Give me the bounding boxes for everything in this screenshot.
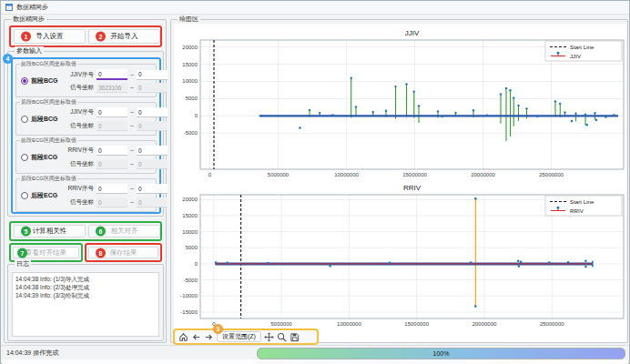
range-tilde: ~ bbox=[130, 147, 134, 154]
param-label: RRIV序号 bbox=[64, 185, 94, 193]
log-group-title: 日志 bbox=[15, 259, 31, 268]
param-input-to[interactable] bbox=[137, 184, 168, 194]
param-input-to bbox=[137, 159, 168, 169]
radio-前段BCG[interactable]: 前段BCG bbox=[21, 76, 58, 86]
data-point bbox=[536, 116, 539, 118]
range-tilde: ~ bbox=[130, 161, 134, 167]
radio-后段BCG[interactable]: 后段BCG bbox=[21, 115, 58, 124]
y-tick-label: -15000 bbox=[180, 309, 198, 315]
legend-label-start-line: Start Line bbox=[570, 44, 594, 50]
y-tick-label: 20000 bbox=[182, 45, 198, 50]
import-buttons-highlight-box: 1 导入设置 2 开始导入 bbox=[9, 25, 162, 47]
data-point bbox=[441, 116, 443, 118]
param-row: 信号坐标~ bbox=[64, 83, 168, 93]
radio-后段ECG[interactable]: 后段ECG bbox=[21, 191, 57, 200]
param-label: 信号坐标 bbox=[64, 122, 94, 130]
step-badge-8: 8 bbox=[96, 248, 106, 258]
param-label: 信号坐标 bbox=[64, 160, 94, 168]
param-input-to[interactable] bbox=[137, 107, 168, 117]
rriv-chart-container[interactable]: 0500000010000000150000002000000025000000… bbox=[174, 180, 626, 333]
data-point bbox=[470, 261, 472, 264]
forward-icon[interactable] bbox=[204, 332, 214, 342]
data-point bbox=[520, 261, 523, 264]
radio-button[interactable] bbox=[21, 192, 28, 199]
param-label: RRIV序号 bbox=[64, 147, 94, 155]
home-icon[interactable] bbox=[178, 332, 188, 342]
save-icon[interactable] bbox=[290, 332, 300, 342]
pan-icon[interactable] bbox=[264, 332, 274, 342]
chart-title: RRIV bbox=[403, 184, 422, 192]
radio-前段ECG[interactable]: 前段ECG bbox=[21, 153, 57, 162]
data-point bbox=[584, 266, 587, 268]
range-tilde: ~ bbox=[130, 72, 134, 78]
param-input-from bbox=[97, 197, 127, 207]
data-point bbox=[329, 265, 331, 268]
param-row: 信号坐标~ bbox=[64, 197, 168, 207]
rriv-chart[interactable]: 0500000010000000150000002000000025000000… bbox=[174, 180, 626, 331]
data-point bbox=[567, 261, 570, 264]
chart-title: JJIV bbox=[405, 29, 420, 37]
data-point bbox=[226, 262, 229, 265]
param-row: RRIV序号~ bbox=[64, 184, 168, 194]
progress-bar: 100% bbox=[257, 348, 625, 359]
param-input-from[interactable] bbox=[97, 107, 127, 117]
compute-correlation-button[interactable]: 5 计算相关性 bbox=[14, 225, 86, 238]
step-badge-5: 5 bbox=[21, 227, 31, 237]
param-label: JJIV序号 bbox=[64, 71, 94, 79]
plot-panel: 绘图区 050000001000000015000000200000002500… bbox=[170, 19, 628, 343]
param-input-from[interactable] bbox=[97, 146, 127, 156]
start-import-button[interactable]: 2 开始导入 bbox=[88, 29, 160, 44]
range-tilde: ~ bbox=[130, 123, 134, 129]
import-settings-button[interactable]: 1 导入设置 bbox=[14, 29, 86, 44]
y-tick-label: 10000 bbox=[182, 229, 198, 235]
data-point bbox=[548, 261, 551, 264]
jjiv-chart[interactable]: 0500000010000000150000002000000025000000… bbox=[174, 24, 626, 180]
y-tick-label: 15000 bbox=[182, 213, 198, 218]
param-label: 信号坐标 bbox=[64, 198, 94, 207]
range-tilde: ~ bbox=[130, 85, 134, 91]
param-section-4: 后段ECG区间坐标取值后段ECGRRIV序号~信号坐标~ bbox=[15, 178, 157, 212]
y-tick-label: -5000 bbox=[184, 278, 198, 283]
param-input-to[interactable] bbox=[137, 70, 168, 80]
set-range-button[interactable]: 设置范围(Z) bbox=[217, 331, 261, 342]
data-point bbox=[605, 116, 607, 118]
save-result-button[interactable]: 8 保存结果 bbox=[88, 247, 158, 258]
param-section-title: 前段ECG区间坐标取值 bbox=[20, 136, 77, 144]
radio-label: 前段ECG bbox=[31, 153, 57, 162]
radio-label: 后段ECG bbox=[31, 191, 57, 200]
param-section-2: 后段BCG区间坐标取值后段BCGJJIV序号~信号坐标~ bbox=[15, 102, 157, 136]
data-point bbox=[389, 262, 391, 265]
correlation-align-button[interactable]: 6 相关对齐 bbox=[88, 225, 160, 238]
log-area: 14:04:38 Info: (1/3)导入完成14:04:38 Info: (… bbox=[12, 272, 159, 337]
data-point bbox=[474, 305, 477, 308]
radio-button[interactable] bbox=[21, 77, 28, 85]
data-point bbox=[215, 261, 218, 264]
param-row: 信号坐标~ bbox=[64, 121, 168, 131]
back-icon[interactable] bbox=[191, 332, 201, 342]
radio-button[interactable] bbox=[21, 116, 28, 123]
correlation-buttons-highlight-box: 5 计算相关性 6 相关对齐 bbox=[9, 221, 162, 241]
param-input-from[interactable] bbox=[97, 69, 127, 80]
step-badge-7: 7 bbox=[17, 248, 27, 258]
view-align-result-button[interactable]: 7 查看对齐结果 bbox=[13, 247, 79, 258]
chart-toolbar: 3 设置范围(Z) bbox=[173, 329, 319, 345]
plot-figure[interactable]: 0500000010000000150000002000000025000000… bbox=[174, 24, 626, 342]
params-highlight-box: 前段BCG区间坐标取值前段BCGJJIV序号~信号坐标~后段BCG区间坐标取值后… bbox=[11, 57, 161, 214]
x-tick-label: 20000000 bbox=[472, 321, 497, 327]
data-point bbox=[474, 197, 477, 200]
param-input-from bbox=[97, 159, 127, 169]
radio-button[interactable] bbox=[21, 154, 28, 161]
status-bar: 14:04:39 操作完成 100% bbox=[1, 345, 629, 359]
range-tilde: ~ bbox=[130, 109, 134, 116]
log-group: 日志 14:04:38 Info: (1/3)导入完成14:04:38 Info… bbox=[7, 264, 164, 341]
x-tick-label: 10000000 bbox=[334, 172, 359, 177]
data-point bbox=[517, 259, 520, 262]
jjiv-chart-container[interactable]: 0500000010000000150000002000000025000000… bbox=[174, 24, 626, 182]
log-line: 14:04:39 Info: (3/3)绘制完成 bbox=[15, 291, 156, 299]
param-input-to[interactable] bbox=[137, 146, 168, 156]
param-input-from[interactable] bbox=[97, 184, 127, 194]
param-label: JJIV序号 bbox=[64, 108, 94, 116]
step-badge-2: 2 bbox=[96, 32, 106, 42]
x-tick-label: 5000000 bbox=[270, 321, 292, 327]
zoom-icon[interactable] bbox=[277, 332, 287, 342]
